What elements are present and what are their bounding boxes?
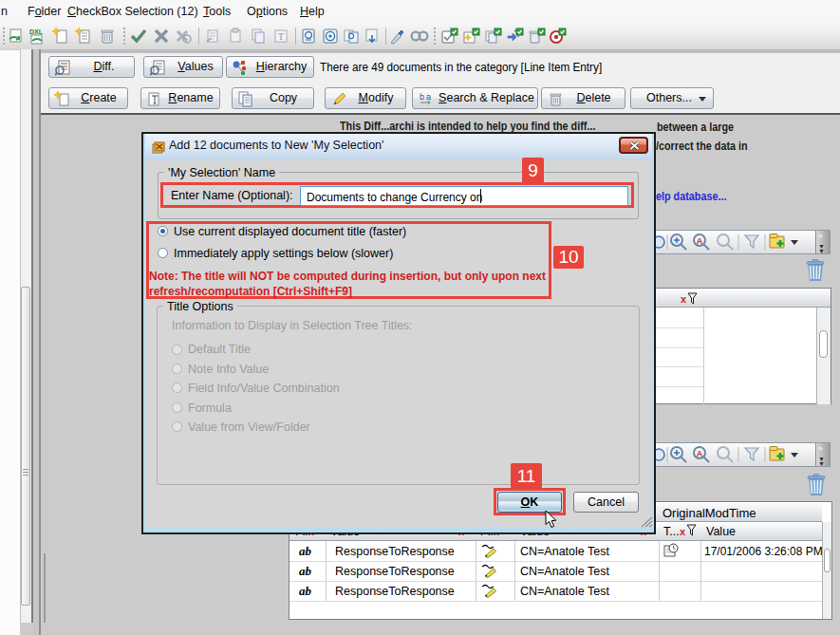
svg-text:a: a xyxy=(426,92,431,102)
svg-text:A: A xyxy=(697,449,703,458)
svg-text:x: x xyxy=(680,526,686,537)
svg-text:T: T xyxy=(278,31,284,42)
svg-text:x: x xyxy=(681,293,687,305)
svg-text:DXL: DXL xyxy=(29,28,44,35)
svg-text:b: b xyxy=(420,92,424,102)
svg-text:A: A xyxy=(697,236,703,246)
